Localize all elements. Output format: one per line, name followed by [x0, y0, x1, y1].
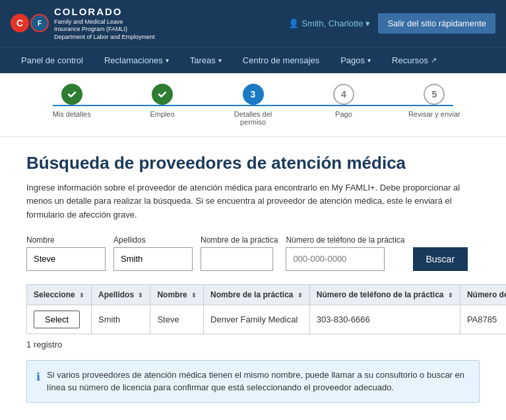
exit-button[interactable]: Salir del sitio rápidamente	[378, 13, 495, 34]
step-num-3: 3	[251, 89, 256, 100]
cell-nombre: Steve	[150, 305, 204, 334]
info-box: ℹ Si varios proveedores de atención médi…	[26, 360, 480, 403]
step-circle-5: 5	[424, 84, 445, 105]
program-line3: Department of Labor and Employment	[54, 34, 155, 42]
sort-icon: ⇕	[79, 292, 84, 299]
telefono-label: Número de teléfono de la práctica	[286, 235, 404, 245]
user-icon: 👤	[288, 18, 299, 28]
search-button[interactable]: Buscar	[413, 247, 468, 271]
record-count: 1 registro	[26, 340, 480, 349]
info-icon: ℹ	[36, 369, 40, 385]
nav-item-panel[interactable]: Panel de control	[11, 47, 94, 73]
cell-numero: PA8785	[460, 305, 506, 334]
nav-label-recursos: Recursos	[392, 55, 428, 65]
step-3: 3 Detalles del permiso	[208, 84, 298, 126]
col-nombre[interactable]: Nombre ⇕	[150, 284, 204, 305]
header: C F COLORADO Family and Medical Leave In…	[0, 0, 506, 47]
step-5: 5 Revisar y enviar	[389, 84, 480, 118]
nav-label-reclamaciones: Reclamaciones	[104, 55, 163, 65]
program-line1: Family and Medical Leave	[54, 18, 155, 26]
nav-label-mensajes: Centro de mensajes	[243, 55, 319, 65]
logo-circle-c: C	[11, 14, 29, 32]
sort-icon: ⇕	[191, 292, 197, 299]
nav-item-recursos[interactable]: Recursos ↗	[381, 47, 447, 73]
nombre-label: Nombre	[26, 235, 106, 245]
main-content: Búsqueda de proveedores de atención médi…	[0, 137, 506, 420]
telefono-input[interactable]	[286, 247, 385, 271]
sort-icon: ⇕	[298, 292, 303, 299]
nav-item-reclamaciones[interactable]: Reclamaciones ▾	[94, 47, 179, 73]
practica-field: Nombre de la práctica	[201, 235, 278, 271]
step-circle-2	[152, 84, 173, 105]
apellidos-field: Apellidos	[113, 235, 193, 271]
page-title: Búsqueda de proveedores de atención médi…	[26, 153, 480, 173]
table-body: Select Smith Steve Denver Family Medical…	[27, 305, 507, 334]
info-text: Si varios proveedores de atención médica…	[47, 369, 470, 394]
nav-bar: Panel de control Reclamaciones ▾ Tareas …	[0, 47, 506, 73]
col-practica[interactable]: Nombre de la práctica ⇕	[204, 284, 310, 305]
step-4: 4 Pago	[298, 84, 389, 118]
nav-item-pagos[interactable]: Pagos ▾	[330, 47, 381, 73]
select-button[interactable]: Select	[34, 311, 80, 328]
logo-circles: C F	[11, 14, 49, 32]
cell-practica: Denver Family Medical	[204, 305, 310, 334]
nombre-field: Nombre	[26, 235, 106, 271]
step-1: Mis detalles	[26, 84, 117, 118]
results-table: Seleccione ⇕ Apellidos ⇕ Nombre ⇕ Nombre…	[26, 284, 506, 334]
nav-label-tareas: Tareas	[190, 55, 216, 65]
step-circle-1	[61, 84, 82, 105]
external-link-icon: ↗	[431, 56, 437, 65]
search-form: Nombre Apellidos Nombre de la práctica N…	[26, 235, 480, 271]
nombre-input[interactable]	[26, 247, 106, 271]
logo-circle-f: F	[30, 14, 49, 32]
practica-label: Nombre de la práctica	[201, 235, 278, 245]
nav-label-pagos: Pagos	[340, 55, 365, 65]
telefono-field: Número de teléfono de la práctica	[286, 235, 404, 271]
step-label-2: Empleo	[150, 110, 174, 118]
step-circle-4: 4	[333, 84, 354, 105]
nav-item-tareas[interactable]: Tareas ▾	[179, 47, 232, 73]
apellidos-label: Apellidos	[113, 235, 193, 245]
user-name: Smith, Charlotte	[301, 18, 363, 28]
sort-icon: ⇕	[138, 292, 143, 299]
col-telefono[interactable]: Número de teléfono de la práctica ⇕	[309, 284, 460, 305]
sort-icon: ⇕	[448, 292, 453, 299]
table-row: Select Smith Steve Denver Family Medical…	[27, 305, 507, 334]
header-right: 👤 Smith, Charlotte ▾ Salir del sitio ráp…	[288, 13, 495, 34]
logo-text: COLORADO Family and Medical Leave Insura…	[54, 5, 155, 42]
step-num-5: 5	[431, 89, 437, 100]
logo-area: C F COLORADO Family and Medical Leave In…	[11, 5, 155, 42]
cell-select: Select	[27, 305, 92, 334]
chevron-down-icon: ▾	[218, 57, 222, 64]
col-seleccione[interactable]: Seleccione ⇕	[27, 284, 92, 305]
chevron-down-icon: ▾	[367, 57, 371, 64]
program-line2: Insurance Program (FAMLI)	[54, 26, 155, 34]
page-description: Ingrese información sobre el proveedor d…	[26, 181, 480, 222]
step-2: Empleo	[117, 84, 207, 118]
chevron-down-icon: ▾	[365, 18, 370, 28]
nav-label-panel: Panel de control	[21, 55, 83, 65]
chevron-down-icon: ▾	[166, 57, 169, 64]
step-label-4: Pago	[335, 110, 352, 118]
step-label-1: Mis detalles	[53, 110, 91, 118]
step-label-5: Revisar y enviar	[408, 110, 460, 118]
user-menu[interactable]: 👤 Smith, Charlotte ▾	[288, 18, 370, 28]
step-circle-3: 3	[243, 84, 264, 105]
cell-telefono: 303-830-6666	[309, 305, 460, 334]
practica-input[interactable]	[201, 247, 273, 271]
steps-container: Mis detalles Empleo 3 Detalles del permi…	[0, 73, 506, 137]
col-apellidos[interactable]: Apellidos ⇕	[92, 284, 150, 305]
table-header: Seleccione ⇕ Apellidos ⇕ Nombre ⇕ Nombre…	[27, 284, 507, 305]
table-header-row: Seleccione ⇕ Apellidos ⇕ Nombre ⇕ Nombre…	[27, 284, 507, 305]
step-label-3: Detalles del permiso	[227, 110, 280, 126]
nav-item-mensajes[interactable]: Centro de mensajes	[232, 47, 330, 73]
apellidos-input[interactable]	[113, 247, 193, 271]
step-num-4: 4	[341, 89, 346, 100]
cell-apellidos: Smith	[92, 305, 150, 334]
col-numero[interactable]: Número de l ⇕	[460, 284, 506, 305]
state-name: COLORADO	[54, 5, 155, 18]
